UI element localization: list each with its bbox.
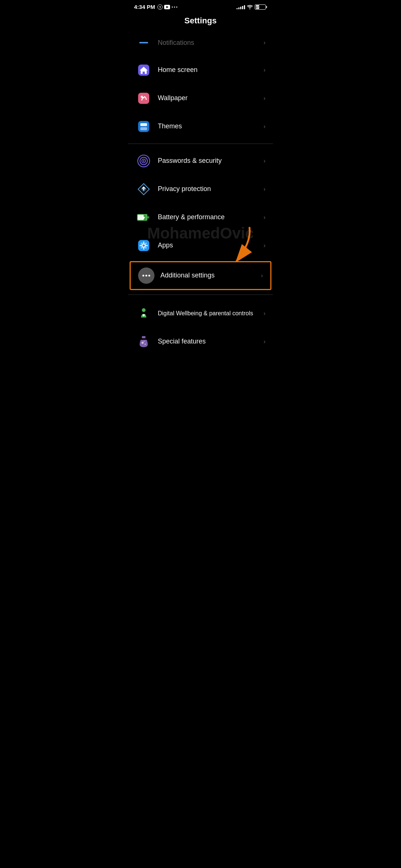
more-dots-icon [172,6,177,8]
settings-item-battery-performance[interactable]: Battery & performance › [128,203,273,231]
section-divider-2 [128,295,273,295]
settings-item-themes[interactable]: Themes › [128,112,273,141]
privacy-protection-icon [136,181,152,197]
battery-performance-label: Battery & performance [158,213,261,221]
svg-rect-14 [140,123,147,126]
digital-wellbeing-label: Digital Wellbeing & parental controls [158,310,261,318]
svg-point-4 [172,6,173,7]
chevron-icon: › [264,310,265,317]
status-bar: 4:34 PM ? [128,0,273,12]
settings-item-privacy-protection[interactable]: Privacy protection › [128,175,273,203]
svg-rect-15 [140,127,147,130]
settings-item-passwords-security[interactable]: Passwords & security › [128,147,273,175]
svg-point-30 [143,244,145,247]
passwords-security-label: Passwords & security [158,157,261,165]
chevron-icon: › [264,186,265,193]
chevron-icon: › [264,39,265,46]
svg-rect-13 [138,121,149,132]
svg-rect-31 [143,241,144,243]
chevron-icon: › [264,242,265,249]
wallpaper-label: Wallpaper [158,94,261,102]
home-screen-label: Home screen [158,66,261,74]
svg-point-12 [141,96,143,98]
notifications-icon [136,34,152,51]
svg-rect-45 [142,336,146,338]
chevron-icon: › [264,95,265,102]
additional-settings-wrapper: Additional settings › [128,261,273,290]
themes-icon [136,118,152,135]
battery-performance-icon [136,209,152,226]
svg-point-19 [143,160,144,162]
svg-rect-8 [139,42,148,43]
apps-icon [136,237,152,254]
svg-point-41 [143,275,144,277]
chevron-icon: › [264,158,265,164]
themes-label: Themes [158,122,261,131]
chevron-icon: › [264,123,265,130]
status-left: 4:34 PM ? [134,4,177,10]
section-divider [128,144,273,144]
svg-point-6 [176,6,177,7]
svg-rect-32 [143,248,144,250]
chevron-icon: › [261,272,263,279]
special-features-label: Special features [158,337,261,346]
privacy-protection-label: Privacy protection [158,185,261,193]
passwords-security-icon [136,153,152,169]
svg-point-46 [141,342,144,344]
digital-wellbeing-icon [136,305,152,322]
chevron-icon: › [264,67,265,73]
special-features-icon [136,333,152,350]
settings-item-special-features[interactable]: Special features › [128,328,273,356]
svg-rect-34 [146,245,148,246]
additional-settings-icon [138,267,154,284]
settings-item-apps[interactable]: Apps › [128,231,273,260]
battery-indicator: 37 [255,4,267,10]
svg-rect-25 [147,216,149,218]
svg-point-7 [250,8,250,9]
apps-label: Apps [158,241,261,250]
settings-section: MohamedOvic Notifications › Home screen … [128,32,273,356]
page-title: Settings [128,12,273,32]
svg-text:?: ? [159,6,161,9]
wifi-icon [247,5,253,9]
settings-item-wallpaper[interactable]: Wallpaper › [128,84,273,112]
settings-item-notifications[interactable]: Notifications › [128,32,273,56]
wallpaper-icon [136,90,152,106]
svg-point-42 [146,275,147,277]
status-icons-left: ? [157,4,177,10]
status-right: 37 [237,4,267,10]
home-screen-icon [136,62,152,78]
youtube-icon [164,5,170,9]
additional-settings-label: Additional settings [160,271,258,280]
status-time: 4:34 PM [134,4,155,10]
svg-point-44 [142,308,146,312]
svg-rect-33 [140,245,141,246]
svg-point-43 [149,275,150,277]
settings-item-digital-wellbeing[interactable]: Digital Wellbeing & parental controls › [128,299,273,328]
svg-point-5 [174,6,175,7]
signal-strength-icon [237,5,245,9]
svg-point-47 [144,343,146,345]
question-mark-icon: ? [157,4,163,10]
chevron-icon: › [264,214,265,221]
settings-item-additional-settings[interactable]: Additional settings › [130,261,271,290]
settings-item-home-screen[interactable]: Home screen › [128,56,273,84]
svg-point-48 [144,341,145,342]
chevron-icon: › [264,338,265,345]
